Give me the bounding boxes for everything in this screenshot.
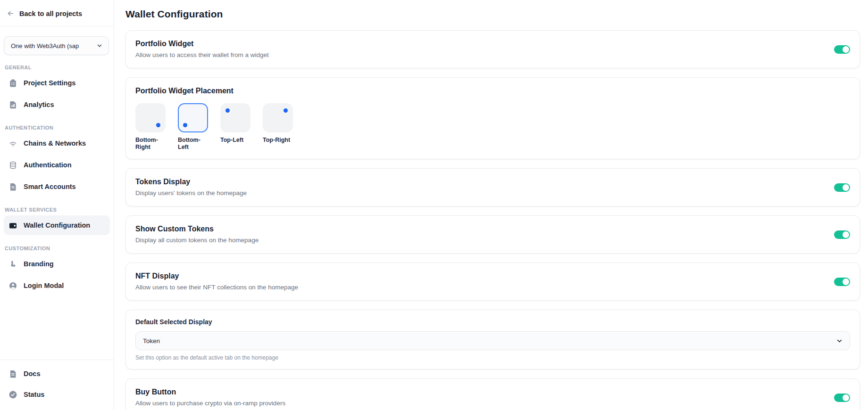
placement-dot-icon [225,108,230,113]
default-display-select[interactable]: Token [135,331,850,350]
placement-dot-icon [156,123,160,127]
sidebar-footer: Docs Status [0,360,114,410]
user-icon [8,281,17,290]
back-link-label: Back to all projects [19,10,82,17]
toggle-knob [843,279,849,285]
section-label-customization: CUSTOMIZATION [0,246,114,251]
placement-option-top-left[interactable]: Top-Left [220,103,250,151]
card-nft-display: NFT Display Allow users to see their NFT… [125,262,860,301]
placement-preview [263,103,293,132]
sidebar-item-smart-accounts[interactable]: Smart Accounts [4,177,110,197]
portfolio-widget-toggle[interactable] [834,45,850,54]
arrow-left-icon [7,9,15,17]
sidebar-item-label: Chains & Networks [24,139,86,147]
doc-icon [8,369,17,378]
section-label-wallet-services: WALLET SERVICES [0,207,114,213]
sidebar-item-label: Branding [24,260,54,268]
select-value: Token [143,337,160,344]
card-description: Allow users to see their NFT collections… [135,283,298,292]
wallet-icon [8,221,17,230]
card-default-selected-display: Default Selected Display Token Set this … [125,310,860,369]
project-selector-value: One with Web3Auth (sap [11,42,79,49]
card-title: Buy Button [135,387,285,397]
select-label: Default Selected Display [135,318,850,326]
sidebar-item-label: Authentication [24,161,72,169]
card-text: NFT Display Allow users to see their NFT… [135,271,298,292]
clipboard-icon [8,79,17,88]
placement-option-bottom-right[interactable]: Bottom-Right [135,103,166,151]
sidebar: Back to all projects One with Web3Auth (… [0,0,114,410]
brush-icon [8,260,17,269]
database-icon [8,161,17,170]
card-buy-button: Buy Button Allow users to purchase crypt… [125,378,860,410]
card-portfolio-widget-placement: Portfolio Widget Placement Bottom-Right … [125,77,860,159]
card-title: NFT Display [135,271,298,281]
placement-label: Top-Left [220,137,250,144]
card-tokens-display: Tokens Display Display users' tokens on … [125,168,860,206]
placement-option-top-right[interactable]: Top-Right [263,103,293,151]
buy-button-toggle[interactable] [834,394,850,402]
sidebar-item-label: Project Settings [24,79,75,87]
placement-label: Bottom-Left [178,137,208,151]
sidebar-item-status[interactable]: Status [4,385,110,404]
analytics-doc-icon [8,100,17,109]
sidebar-item-analytics[interactable]: Analytics [4,95,110,115]
card-title: Portfolio Widget [135,39,269,49]
toggle-knob [843,231,849,238]
placement-option-bottom-left[interactable]: Bottom-Left [178,103,208,151]
sidebar-footer-divider [0,360,114,360]
main-content: Wallet Configuration Portfolio Widget Al… [114,0,868,410]
card-text: Buy Button Allow users to purchase crypt… [135,387,285,408]
sidebar-item-label: Status [24,391,44,398]
sidebar-item-docs[interactable]: Docs [4,364,110,384]
card-text: Portfolio Widget Allow users to access t… [135,39,269,60]
project-selector[interactable]: One with Web3Auth (sap [4,36,109,55]
file-icon [8,182,17,191]
sidebar-item-authentication[interactable]: Authentication [4,155,110,175]
card-title: Show Custom Tokens [135,224,259,234]
sidebar-divider [0,26,114,26]
chevron-down-icon [836,337,843,344]
toggle-knob [843,394,849,401]
sidebar-item-chains-networks[interactable]: Chains & Networks [4,133,110,153]
card-description: Display users' tokens on the homepage [135,189,247,198]
section-label-general: GENERAL [0,65,114,70]
card-portfolio-widget: Portfolio Widget Allow users to access t… [125,30,860,68]
check-circle-icon [8,390,17,399]
sidebar-item-project-settings[interactable]: Project Settings [4,73,110,93]
toggle-knob [843,184,849,191]
tokens-display-toggle[interactable] [834,183,850,192]
chevron-down-icon [96,42,103,49]
placement-dot-icon [183,123,187,127]
sidebar-item-label: Wallet Configuration [24,221,90,229]
placement-preview [220,103,250,132]
placement-preview [135,103,166,132]
card-title: Portfolio Widget Placement [135,86,850,96]
toggle-knob [843,46,849,53]
nft-display-toggle[interactable] [834,278,850,286]
placement-preview [178,103,208,132]
back-to-projects-link[interactable]: Back to all projects [0,0,114,26]
sidebar-item-branding[interactable]: Branding [4,254,110,274]
card-description: Display all custom tokens on the homepag… [135,236,259,245]
wifi-icon [8,139,17,148]
sidebar-item-label: Login Modal [24,282,64,289]
card-description: Allow users to purchase crypto via on-ra… [135,399,285,408]
card-show-custom-tokens: Show Custom Tokens Display all custom to… [125,215,860,254]
card-text: Tokens Display Display users' tokens on … [135,177,247,198]
card-text: Show Custom Tokens Display all custom to… [135,224,259,245]
card-title: Tokens Display [135,177,247,187]
placement-dot-icon [284,108,288,113]
sidebar-item-label: Analytics [24,101,54,108]
select-helper-text: Set this option as the default active ta… [135,354,850,361]
placement-label: Top-Right [263,137,293,144]
show-custom-tokens-toggle[interactable] [834,230,850,239]
sidebar-item-label: Docs [24,370,40,377]
placement-options: Bottom-Right Bottom-Left Top-Left Top-Ri… [135,103,850,151]
section-label-authentication: AUTHENTICATION [0,125,114,131]
card-description: Allow users to access their wallet from … [135,50,269,60]
sidebar-item-wallet-configuration[interactable]: Wallet Configuration [4,215,110,235]
placement-label: Bottom-Right [135,137,166,151]
sidebar-item-login-modal[interactable]: Login Modal [4,276,110,295]
sidebar-item-label: Smart Accounts [24,183,76,190]
